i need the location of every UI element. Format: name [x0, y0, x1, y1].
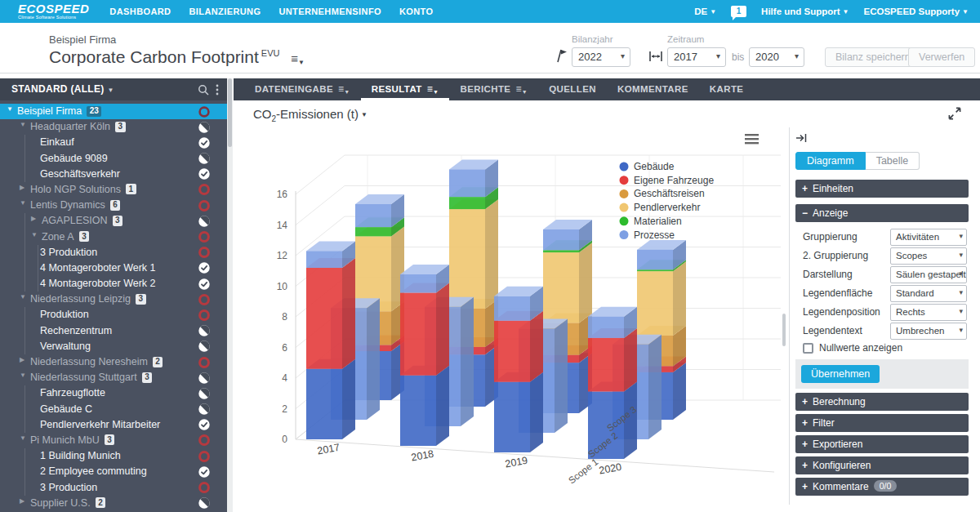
tree-item-holo-ngp-solutions[interactable]: ▶Holo NGP Solutions1 — [0, 182, 227, 198]
legend-item-gebäude[interactable]: Gebäude — [620, 161, 675, 172]
section-filter[interactable]: +Filter — [795, 414, 969, 432]
nav-item-unternehmensinfo[interactable]: UNTERNEHMENSINFO — [270, 0, 390, 23]
tree-item-einkauf[interactable]: Einkauf — [0, 135, 227, 150]
tab-kommentare[interactable]: KOMMENTARE — [607, 78, 699, 100]
status-half-icon[interactable] — [198, 324, 211, 337]
notification-bubble-icon[interactable]: 1 — [731, 6, 746, 17]
status-check-icon[interactable] — [198, 278, 211, 291]
status-ring-red-icon[interactable] — [198, 199, 211, 212]
status-ring-red-icon[interactable] — [198, 450, 211, 463]
fullscreen-icon[interactable] — [946, 105, 964, 122]
status-ring-dark-icon[interactable] — [198, 105, 211, 118]
nav-item-dashboard[interactable]: DASHBOARD — [100, 0, 180, 23]
status-half-icon[interactable] — [198, 387, 211, 400]
tree-item-supplier-u-s-[interactable]: ▶Supplier U.S.2 — [0, 496, 227, 511]
tab-menu-icon[interactable]: ≡▼ — [338, 83, 350, 95]
field-select[interactable]: Umbrechen — [890, 323, 967, 340]
field-select[interactable]: Säulen gestapelt, — [890, 266, 967, 283]
status-ring-red-icon[interactable] — [198, 230, 211, 243]
section-konfigurieren[interactable]: +Konfigurieren — [795, 456, 969, 474]
tree-item-2-employee-commuting[interactable]: 2 Employee commuting — [0, 464, 227, 479]
tree-item-pendlerverkehr-mitarbeiter[interactable]: Pendlerverkehr Mitarbeiter — [0, 417, 227, 433]
tree-item-niederlassung-leipzig[interactable]: ▼Niederlassung Leipzig3 — [0, 292, 227, 307]
save-balance-button[interactable]: Bilanz speichern — [825, 47, 921, 67]
tree-item-fahrzeugflotte[interactable]: Fahrzeugflotte — [0, 385, 227, 401]
tree-item-beispiel-firma[interactable]: ▼Beispiel Firma23 — [0, 104, 227, 119]
tab-menu-icon[interactable]: ≡▼ — [515, 83, 528, 95]
status-check-icon[interactable] — [198, 418, 211, 431]
section-einheiten[interactable]: +Einheiten — [795, 180, 969, 198]
status-ring-red-icon[interactable] — [198, 246, 211, 259]
language-menu[interactable]: DE▼ — [694, 7, 716, 16]
section-kommentare[interactable]: +Kommentare0/0 — [795, 478, 969, 496]
tree-item-3-produktion[interactable]: 3 Produktion — [0, 245, 227, 260]
collapse-node-icon[interactable]: ▼ — [20, 293, 26, 301]
status-ring-red-icon[interactable] — [198, 356, 211, 369]
kebab-menu-icon[interactable] — [216, 84, 219, 96]
panel-resize-handle[interactable] — [782, 314, 786, 346]
account-menu[interactable]: ECOSPEED Supporty▼ — [864, 7, 969, 16]
status-check-icon[interactable] — [198, 167, 211, 180]
tab-quellen[interactable]: QUELLEN — [538, 78, 607, 100]
collapse-node-icon[interactable]: ▼ — [20, 121, 26, 128]
section-exportieren[interactable]: +Exportieren — [795, 435, 969, 453]
status-ring-red-icon[interactable] — [198, 183, 211, 196]
collapse-node-icon[interactable]: ▼ — [20, 372, 26, 379]
column-2018-scope-1[interactable] — [400, 265, 449, 446]
field-select[interactable]: Aktivitäten — [890, 229, 967, 246]
chart-title[interactable]: CO2-Emissionen (t)▼ — [253, 107, 368, 123]
discard-button[interactable]: Verwerfen — [908, 47, 975, 67]
collapse-node-icon[interactable]: ▼ — [7, 105, 13, 113]
status-ring-red-icon[interactable] — [198, 309, 211, 322]
expand-node-icon[interactable]: ▶ — [20, 356, 24, 363]
collapse-node-icon[interactable]: ▼ — [31, 231, 38, 238]
tab-karte[interactable]: KARTE — [699, 78, 755, 100]
expand-node-icon[interactable]: ▶ — [31, 215, 36, 222]
tree-item-niederlassung-stuttgart[interactable]: ▼Niederlassung Stuttgart3 — [0, 370, 227, 385]
field-select[interactable]: Scopes — [890, 247, 967, 265]
nav-item-konto[interactable]: KONTO — [390, 0, 443, 23]
expand-node-icon[interactable]: ▶ — [20, 184, 24, 191]
zeitraum-from-select[interactable]: 2017 — [667, 47, 726, 67]
status-check-icon[interactable] — [198, 261, 211, 274]
help-menu[interactable]: Hilfe und Support▼ — [761, 7, 849, 16]
ecospeed-logo[interactable]: ECOSPEED Climate Software Solutions — [18, 2, 89, 20]
column-2019-scope-1[interactable] — [494, 287, 543, 452]
collapse-node-icon[interactable]: ▼ — [20, 434, 26, 442]
chart-context-menu-icon[interactable] — [745, 134, 759, 144]
tree-item-lentis-dynamics[interactable]: ▼Lentis Dynamics6 — [0, 198, 227, 213]
status-check-icon[interactable] — [198, 465, 211, 479]
tree-item-produktion[interactable]: Produktion — [0, 307, 227, 323]
status-half-icon[interactable] — [198, 403, 211, 416]
tree-item-verwaltung[interactable]: Verwaltung — [0, 339, 227, 354]
apply-button[interactable]: Übernehmen — [801, 365, 880, 383]
status-half-icon[interactable] — [198, 340, 211, 353]
tree-item-4-montageroboter-werk-2[interactable]: 4 Montageroboter Werk 2 — [0, 276, 227, 292]
expand-node-icon[interactable]: ▶ — [20, 497, 24, 505]
tab-dateneingabe[interactable]: DATENEINGABE≡▼ — [244, 78, 361, 100]
legend-item-pendlerverkehr[interactable]: Pendlerverkehr — [620, 202, 701, 213]
tab-berichte[interactable]: BERICHTE≡▼ — [449, 78, 538, 100]
field-select[interactable]: Standard — [890, 285, 967, 302]
tab-menu-icon[interactable]: ≡▼ — [427, 83, 439, 95]
collapse-panel-icon[interactable] — [795, 131, 808, 145]
field-select[interactable]: Rechts — [890, 304, 967, 321]
tree-item-zone-a[interactable]: ▼Zone A3 — [0, 229, 227, 245]
column-2017-scope-1[interactable] — [306, 241, 355, 439]
sidebar-scrollbar-thumb[interactable] — [228, 78, 232, 147]
status-ring-red-icon[interactable] — [198, 481, 211, 494]
tree-item-niederlassung-neresheim[interactable]: ▶Niederlassung Neresheim2 — [0, 354, 227, 370]
section-berechnung[interactable]: +Berechnung — [795, 393, 969, 411]
tab-tabelle[interactable]: Tabelle — [866, 152, 920, 170]
tree-item-4-montageroboter-werk-1[interactable]: 4 Montageroboter Werk 1 — [0, 260, 227, 276]
tree-item-gebäude-c[interactable]: Gebäude C — [0, 402, 227, 417]
tree-item-3-production[interactable]: 3 Production — [0, 480, 227, 496]
status-ring-red-icon[interactable] — [198, 293, 211, 306]
nav-item-bilanzierung[interactable]: BILANZIERUNG — [180, 0, 270, 23]
zeitraum-to-select[interactable]: 2020 — [749, 47, 804, 67]
status-half-icon[interactable] — [198, 372, 211, 385]
legend-item-prozesse[interactable]: Prozesse — [620, 229, 675, 241]
tab-diagramm[interactable]: Diagramm — [795, 152, 866, 170]
tab-resultat[interactable]: RESULTAT≡▼ — [361, 78, 450, 100]
tree-item-agaplesion[interactable]: ▶AGAPLESION3 — [0, 213, 227, 229]
